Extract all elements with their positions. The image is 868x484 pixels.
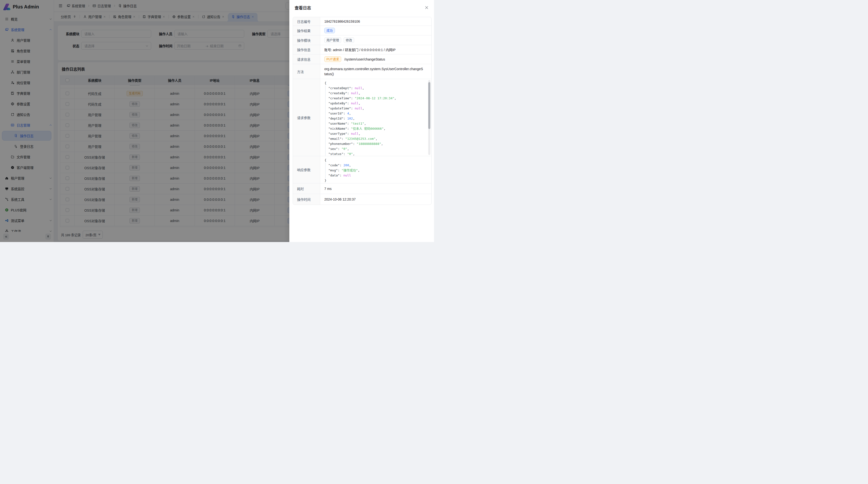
detail-label: 操作时间 (293, 194, 320, 205)
detail-value: 7 ms (324, 187, 332, 191)
drawer-header: 查看日志 (289, 0, 434, 15)
detail-label: 操作结果 (293, 26, 320, 35)
detail-row-r-reqparam: 请求参数{ "createDept": null, "createBy": nu… (293, 79, 431, 156)
code-scrollbar-thumb[interactable] (428, 82, 430, 129)
detail-value: 1842781986426159106 (324, 20, 360, 23)
detail-row-r-info: 操作信息账号: admin / 研发部门 / 0:0:0:0:0:0:0:1 /… (293, 45, 431, 55)
view-log-drawer: 查看日志 日志编号1842781986426159106操作结果成功操作模块用户… (289, 0, 434, 242)
detail-label: 操作信息 (293, 45, 320, 54)
detail-row-r-cost: 耗时7 ms (293, 184, 431, 194)
drawer-title: 查看日志 (294, 5, 311, 10)
indent-guide (325, 86, 326, 156)
detail-label: 响应参数 (293, 156, 320, 183)
request-path: /system/user/changeStatus (344, 57, 385, 61)
detail-label: 方法 (293, 64, 320, 79)
detail-label: 日志编号 (293, 17, 320, 26)
detail-value: 2024-10-06 12:20:37 (324, 197, 355, 201)
code-scrollbar[interactable] (428, 80, 430, 155)
log-detail-table: 日志编号1842781986426159106操作结果成功操作模块用户管理修改操… (293, 17, 432, 205)
detail-label: 请求参数 (293, 79, 320, 156)
module-tag: 用户管理 (324, 37, 341, 43)
indent-guide (325, 163, 326, 178)
detail-row-r-method: 方法org.dromara.system.controller.system.S… (293, 64, 431, 79)
detail-value: 账号: admin / 研发部门 / 0:0:0:0:0:0:0:1 / 内网I… (324, 47, 396, 52)
status-badge: 成功 (324, 28, 335, 33)
close-icon[interactable] (425, 5, 429, 10)
detail-label: 耗时 (293, 184, 320, 194)
detail-row-r-respparam: 响应参数{ "code": 200, "msg": "操作成功", "data"… (293, 156, 431, 184)
detail-row-r-id: 日志编号1842781986426159106 (293, 17, 431, 26)
json-code: { "code": 200, "msg": "操作成功", "data": nu… (320, 156, 431, 183)
detail-row-r-time: 操作时间2024-10-06 12:20:37 (293, 194, 431, 205)
detail-label: 操作模块 (293, 35, 320, 45)
json-code: { "createDept": null, "createBy": null, … (320, 79, 431, 156)
detail-value: org.dromara.system.controller.system.Sys… (324, 67, 423, 77)
detail-label: 请求信息 (293, 55, 320, 64)
module-tag: 修改 (344, 37, 354, 43)
detail-row-r-request: 请求信息PUT请求/system/user/changeStatus (293, 55, 431, 64)
http-method-badge: PUT请求 (324, 56, 341, 62)
detail-row-r-module: 操作模块用户管理修改 (293, 35, 431, 45)
detail-row-r-result: 操作结果成功 (293, 26, 431, 35)
